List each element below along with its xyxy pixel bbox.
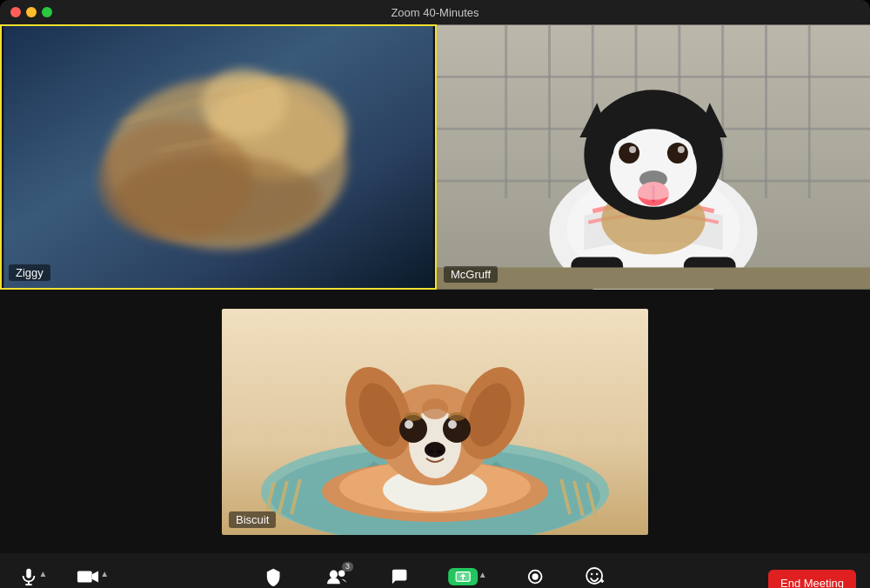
video-cell-biscuit: Biscuit xyxy=(222,309,648,535)
maximize-button[interactable] xyxy=(42,7,52,17)
video-cell-ziggy: Ziggy xyxy=(0,24,437,290)
mute-button[interactable]: ▲ Mute xyxy=(14,567,52,589)
video-area: ⓘ 🔒 ⊞ Speaker View ⤢ xyxy=(0,24,870,553)
participants-icon: 3 xyxy=(325,567,348,586)
svg-point-78 xyxy=(338,570,345,576)
participants-button[interactable]: 3 Participants xyxy=(311,567,361,589)
security-icon xyxy=(264,567,283,586)
toolbar-left: ▲ Mute ▲ Stop Video xyxy=(14,567,117,589)
svg-point-7 xyxy=(116,155,322,241)
video-caret-icon[interactable]: ▲ xyxy=(100,569,109,578)
toolbar: ▲ Mute ▲ Stop Video xyxy=(0,553,870,588)
svg-point-71 xyxy=(422,398,448,419)
camera-icon xyxy=(77,567,99,586)
svg-point-37 xyxy=(627,165,679,200)
participants-count-badge: 3 xyxy=(342,562,353,571)
svg-marker-76 xyxy=(92,571,98,582)
toolbar-right: End Meeting xyxy=(768,570,856,589)
svg-rect-72 xyxy=(26,568,31,578)
stop-video-button[interactable]: ▲ Stop Video xyxy=(70,567,117,589)
title-bar: Zoom 40-Minutes xyxy=(0,0,870,24)
microphone-icon xyxy=(19,567,38,586)
svg-point-83 xyxy=(532,573,538,579)
security-button[interactable]: Security xyxy=(254,567,292,589)
participant-name-mcgruff: McGruff xyxy=(444,266,498,283)
chat-button[interactable]: Chat xyxy=(381,567,419,589)
reactions-button[interactable]: Reactions xyxy=(573,566,616,589)
svg-point-30 xyxy=(619,143,639,164)
share-screen-icon xyxy=(448,568,478,585)
svg-point-33 xyxy=(678,146,685,153)
svg-point-31 xyxy=(667,143,688,164)
reactions-icon xyxy=(584,566,605,587)
svg-point-66 xyxy=(405,412,422,421)
video-cell-mcgruff: McGruff xyxy=(437,24,870,290)
svg-rect-40 xyxy=(437,267,870,289)
participant-name-biscuit: Biscuit xyxy=(229,511,276,528)
record-icon xyxy=(525,567,545,586)
close-button[interactable] xyxy=(10,7,21,17)
participant-name-ziggy: Ziggy xyxy=(9,264,50,281)
svg-point-64 xyxy=(405,420,413,429)
chat-icon xyxy=(391,567,410,586)
minimize-button[interactable] xyxy=(26,7,37,17)
svg-point-85 xyxy=(591,572,592,574)
record-button[interactable]: Record xyxy=(516,567,554,589)
svg-point-86 xyxy=(596,572,598,574)
svg-point-69 xyxy=(428,450,433,453)
svg-point-70 xyxy=(437,450,442,453)
toolbar-center: Security 3 Participants Chat xyxy=(254,566,616,589)
svg-point-67 xyxy=(448,412,465,421)
svg-point-32 xyxy=(629,146,636,153)
svg-rect-75 xyxy=(77,571,92,582)
bottom-video-row: Biscuit xyxy=(0,290,870,553)
end-meeting-button[interactable]: End Meeting xyxy=(768,570,856,589)
svg-point-68 xyxy=(425,442,445,458)
share-caret-icon[interactable]: ▲ xyxy=(478,570,487,579)
traffic-lights xyxy=(10,7,52,17)
top-video-row: Ziggy xyxy=(0,24,870,290)
mute-caret-icon[interactable]: ▲ xyxy=(39,569,48,578)
svg-point-65 xyxy=(448,420,457,429)
svg-point-77 xyxy=(330,570,338,578)
window-title: Zoom 40-Minutes xyxy=(391,6,478,19)
share-screen-button[interactable]: ▲ Share Screen xyxy=(438,568,497,589)
